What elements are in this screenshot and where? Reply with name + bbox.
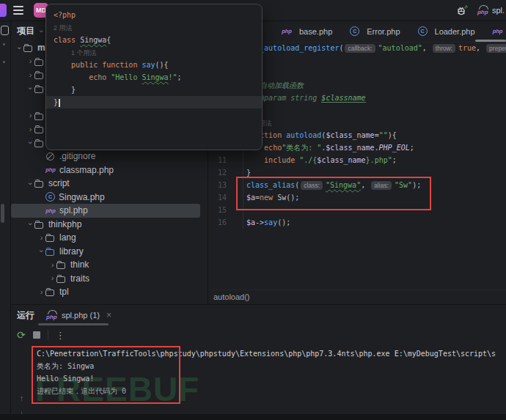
code-token: 2 用法 <box>54 24 73 32</box>
code-token: ; <box>392 156 397 164</box>
tree-item-label: script <box>48 178 70 188</box>
stop-icon[interactable] <box>33 331 40 339</box>
code-token: class_alias <box>246 181 295 189</box>
console-line: 类名为: Singwa <box>37 360 506 372</box>
code-token: prepend: <box>486 44 506 53</box>
tab-sp[interactable]: phpsp <box>484 21 506 42</box>
code-token: $classname <box>321 94 365 103</box>
tree-item-.gitignore[interactable]: .gitignore <box>11 150 208 163</box>
code-token: ){ <box>388 131 397 139</box>
code-token: ( <box>339 44 343 52</box>
code-token: public function <box>71 61 142 69</box>
code-line: 16$a->say(); <box>208 216 506 229</box>
scrollbar-thumb[interactable] <box>1 204 4 223</box>
code-line: 11 include "./{$class_name}.php"; <box>208 154 506 166</box>
status-bar <box>0 414 506 420</box>
folder-icon <box>34 125 45 133</box>
line-number: 15 <box>208 204 243 216</box>
phpstorm-window: MD php spl. <box>0 0 506 420</box>
code-token: alias: <box>371 181 392 190</box>
code-token: { <box>106 36 111 44</box>
tab-label: base.php <box>299 27 332 36</box>
code-text: spl_autoload_register(callback:"autoload… <box>243 42 506 54</box>
chevron-collapsed-icon[interactable]: › <box>26 125 34 133</box>
code-token: , <box>422 44 431 52</box>
tree-item-classmap.php[interactable]: phpclassmap.php <box>11 163 208 177</box>
php-run-config-icon: php <box>46 310 58 320</box>
chevron-expanded-icon[interactable]: › <box>26 220 34 228</box>
chevron-expanded-icon[interactable]: › <box>26 180 34 188</box>
tab-Loader.php[interactable]: CLoader.php <box>409 21 484 42</box>
folder-icon <box>45 287 56 296</box>
code-token <box>54 48 71 56</box>
breadcrumb[interactable]: autoload() <box>208 290 506 304</box>
tree-item-library[interactable]: ›library <box>11 245 208 259</box>
code-token: } <box>54 86 76 94</box>
tree-item-think[interactable]: ›think <box>11 258 208 272</box>
class-icon: C <box>418 26 428 36</box>
tree-item-label: think <box>70 259 89 270</box>
code-token <box>54 61 71 69</box>
tree-item-traits[interactable]: ›traits <box>11 272 208 286</box>
debug-listener-icon[interactable] <box>455 4 469 17</box>
code-token: Singwa <box>80 36 106 44</box>
chevron-down-icon: › <box>37 27 45 35</box>
line-number: 12 <box>208 166 243 179</box>
code-text: include "./{$class_name}.php"; <box>243 154 397 166</box>
tree-item-label: .gitignore <box>59 151 95 161</box>
console-line: C:\Penetration\TrafficTools\phpstudy\php… <box>37 347 506 360</box>
chevron-collapsed-icon[interactable]: › <box>26 71 34 79</box>
chevron-expanded-icon[interactable]: › <box>26 139 34 147</box>
more-options-icon[interactable]: ⋮ <box>56 330 65 341</box>
console-output[interactable]: C:\Penetration\TrafficTools\phpstudy\php… <box>37 347 506 415</box>
chevron-collapsed-icon[interactable]: › <box>26 111 34 119</box>
chevron-collapsed-icon[interactable]: › <box>48 274 56 282</box>
folder-icon <box>45 233 56 242</box>
chevron-collapsed-icon[interactable]: › <box>37 234 45 242</box>
code-line: 13class_alias(class:"Singwa", alias:"Sw"… <box>208 179 506 191</box>
run-tool-window: 运行 php spl.php (1) × ⟳ ⋮ ↑ ↓ ↵ ⇟ C:\Pene… <box>11 304 506 415</box>
tree-item-label: traits <box>70 273 89 284</box>
main-menu-icon[interactable] <box>13 6 23 15</box>
run-tab[interactable]: php spl.php (1) × <box>46 310 111 320</box>
code-token: ; <box>410 144 414 152</box>
code-token: , <box>361 181 370 189</box>
stripe-dot-icon <box>3 43 5 45</box>
code-token: }.php" <box>366 156 392 164</box>
tree-item-tpl[interactable]: ›tpl <box>11 285 208 299</box>
tree-item-label: lang <box>59 232 76 243</box>
chevron-expanded-icon[interactable]: › <box>37 247 45 255</box>
chevron-collapsed-icon[interactable]: › <box>37 288 45 296</box>
quick-definition-popup[interactable]: <?php2 用法class Singwa{ 1 个用法 public func… <box>45 4 263 150</box>
tree-item-label: thinkphp <box>48 219 81 229</box>
code-token <box>54 73 89 81</box>
folder-icon <box>56 274 67 283</box>
chevron-expanded-icon[interactable]: › <box>26 84 34 92</box>
php-icon: php <box>45 206 56 215</box>
folder-blue-icon <box>45 247 56 256</box>
code-line: 14$a=new Sw(); <box>208 191 506 204</box>
run-configuration-selector[interactable]: php spl. <box>477 5 505 15</box>
line-number: 16 <box>208 216 243 229</box>
tree-item-label: Singwa.php <box>59 192 105 202</box>
tree-item-thinkphp[interactable]: ›thinkphp <box>11 218 208 232</box>
rerun-icon[interactable]: ⟳ <box>17 330 26 340</box>
tree-item-script[interactable]: ›script <box>11 177 208 191</box>
chevron-collapsed-icon[interactable]: › <box>26 57 34 65</box>
popup-code-line: class Singwa{ <box>46 34 262 46</box>
tree-item-label: classmap.php <box>59 165 114 175</box>
close-icon[interactable]: × <box>106 310 111 320</box>
popup-code-line: } <box>46 96 262 108</box>
tree-item-lang[interactable]: ›lang <box>11 231 208 245</box>
tab-Error.php[interactable]: CError.php <box>341 21 408 42</box>
project-panel-title: 项目 <box>17 25 34 37</box>
project-tool-icon[interactable] <box>1 26 9 35</box>
tab-base.php[interactable]: phpbase.php <box>273 21 341 42</box>
chevron-collapsed-icon[interactable]: › <box>48 261 56 269</box>
code-token: "Singwa" <box>326 181 361 189</box>
scroll-up-icon[interactable]: ↑ <box>15 391 28 404</box>
chevron-expanded-icon[interactable]: › <box>15 44 23 52</box>
tree-item-Singwa.php[interactable]: CSingwa.php <box>11 191 208 205</box>
line-number: 13 <box>208 179 243 191</box>
tree-item-spl.php[interactable]: phpspl.php <box>11 204 200 218</box>
